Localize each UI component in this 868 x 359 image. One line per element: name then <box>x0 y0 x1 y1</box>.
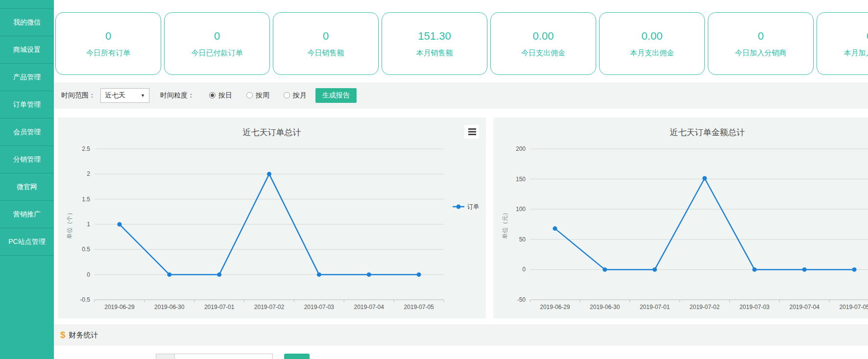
sidebar-item[interactable]: 订单管理 <box>0 91 54 119</box>
stat-card-label: 今日销售额 <box>308 48 344 58</box>
y-tick-label: 200 <box>516 145 526 152</box>
sidebar-menu: 我的微信 商城设置 产品管理 订单管理 会员管理 <box>0 9 54 256</box>
x-tick-label: 2019-06-29 <box>104 304 135 311</box>
input-addon <box>156 354 175 359</box>
line-chart-canvas: 近七天订单金额总计200150100500-502019-06-292019-0… <box>493 118 868 318</box>
granularity-radio-option[interactable]: 按周 <box>246 91 269 100</box>
sidebar-item[interactable]: 商城设置 <box>0 36 54 64</box>
stat-card-value: 0.00 <box>642 30 663 43</box>
stat-card-label: 今日支出佣金 <box>521 48 565 58</box>
sidebar-item[interactable]: 产品管理 <box>0 64 54 91</box>
finance-input[interactable] <box>175 354 272 359</box>
y-tick-label: 0.5 <box>82 246 90 253</box>
time-range-select[interactable]: 近七天 ▼ <box>100 88 149 103</box>
data-point[interactable] <box>167 272 171 277</box>
y-tick-label: 1 <box>87 221 90 228</box>
stat-card-value: 151.30 <box>418 30 451 43</box>
x-tick-label: 2019-07-03 <box>304 304 335 311</box>
series-line <box>555 178 854 269</box>
finance-section-header: $ 财务统计 <box>54 324 868 346</box>
radio-icon <box>209 92 216 98</box>
dashboard-page: 我的微信 商城设置 产品管理 订单管理 会员管理 <box>0 0 868 359</box>
stat-card-label: 本月支出佣金 <box>630 48 674 58</box>
data-point[interactable] <box>217 272 221 277</box>
time-range-label: 时间范围： <box>61 91 96 100</box>
report-filter-bar: 时间范围： 近七天 ▼ 时间粒度： 按日 按周 按月 <box>54 82 868 109</box>
granularity-radio-option[interactable]: 按日 <box>209 91 232 100</box>
generate-report-button[interactable]: 生成报告 <box>315 88 357 103</box>
data-point[interactable] <box>852 267 857 272</box>
y-tick-label: -0.5 <box>80 296 90 303</box>
legend-label: 订单 <box>467 203 479 210</box>
sidebar-item-label: 会员管理 <box>13 128 41 136</box>
radio-icon <box>284 92 290 98</box>
sidebar: 我的微信 商城设置 产品管理 订单管理 会员管理 <box>0 0 54 359</box>
stat-card-value: 0 <box>105 30 111 43</box>
granularity-radio-option[interactable]: 按月 <box>284 91 307 100</box>
data-point[interactable] <box>652 267 657 272</box>
data-point[interactable] <box>553 226 557 231</box>
data-point[interactable] <box>317 272 321 277</box>
data-point[interactable] <box>702 176 707 180</box>
finance-section-title: 财务统计 <box>69 331 98 340</box>
finance-search-button[interactable] <box>284 354 310 359</box>
stat-card: 0 今日销售额 <box>273 12 379 75</box>
y-tick-label: -50 <box>517 296 526 303</box>
data-point[interactable] <box>117 222 121 227</box>
chart-menu-icon[interactable] <box>464 125 479 139</box>
stat-card: 0 今日已付款订单 <box>164 12 270 75</box>
x-tick-label: 2019-07-02 <box>254 304 285 311</box>
x-tick-label: 2019-07-01 <box>640 304 670 311</box>
y-tick-label: 100 <box>516 206 526 213</box>
data-point[interactable] <box>603 267 607 272</box>
data-point[interactable] <box>417 272 421 277</box>
data-point[interactable] <box>752 267 757 272</box>
chart-title: 近七天订单金额总计 <box>670 128 745 137</box>
line-chart-canvas: 近七天订单总计2.521.510.50-0.52019-06-292019-06… <box>58 118 486 318</box>
y-axis-name: 单位（个） <box>66 210 73 239</box>
x-tick-label: 2019-07-04 <box>354 304 385 311</box>
sidebar-item-label: 订单管理 <box>13 100 41 108</box>
finance-input-group <box>156 354 273 359</box>
radio-option-label: 按周 <box>256 91 269 100</box>
chart-panel-orders-amount: 近七天订单金额总计200150100500-502019-06-292019-0… <box>493 118 868 318</box>
dollar-icon: $ <box>60 330 66 340</box>
sidebar-item-label: PC站点管理 <box>8 238 45 245</box>
sidebar-item[interactable]: 营销推广 <box>0 201 54 228</box>
legend-marker-icon <box>457 205 461 209</box>
stat-card-value: 0.00 <box>533 30 554 43</box>
radio-option-label: 按月 <box>293 91 307 100</box>
data-point[interactable] <box>267 172 271 176</box>
chevron-down-icon: ▼ <box>141 93 145 98</box>
time-range-selected-value: 近七天 <box>105 91 125 100</box>
data-point[interactable] <box>802 267 807 272</box>
y-tick-label: 1.5 <box>82 196 90 203</box>
y-tick-label: 150 <box>516 176 526 183</box>
x-tick-label: 2019-06-30 <box>154 304 185 311</box>
stat-card-label: 本月销售额 <box>416 48 453 58</box>
sidebar-item-label: 分销管理 <box>13 155 41 163</box>
sidebar-item[interactable]: 分销管理 <box>0 146 54 173</box>
sidebar-item[interactable]: 我的微信 <box>0 9 54 36</box>
sidebar-item-label: 产品管理 <box>13 73 41 81</box>
granularity-label: 时间粒度： <box>160 91 194 100</box>
stat-cards-row: 0 今日所有订单 0 今日已付款订单 0 今日销售额 151.30 本月销售额 … <box>54 12 868 75</box>
x-tick-label: 2019-07-03 <box>740 304 770 311</box>
sidebar-item[interactable]: PC站点管理 <box>0 228 54 256</box>
chart-title: 近七天订单总计 <box>243 128 301 137</box>
stat-card-label: 今日已付款订单 <box>192 48 243 58</box>
y-axis-name: 单位（元） <box>502 210 508 239</box>
chart-legend[interactable]: 订单 <box>453 203 479 210</box>
stat-card-label: 本月加入分销商 <box>844 48 868 58</box>
x-tick-label: 2019-07-01 <box>204 304 235 311</box>
sidebar-item[interactable]: 会员管理 <box>0 119 54 146</box>
y-tick-label: 0 <box>87 271 90 278</box>
stat-card: 0 今日加入分销商 <box>708 12 814 75</box>
sidebar-item-label: 我的微信 <box>13 18 41 26</box>
sidebar-item-partial <box>0 0 54 9</box>
data-point[interactable] <box>367 272 371 277</box>
y-tick-label: 50 <box>519 236 526 243</box>
sidebar-item[interactable]: 微官网 <box>0 173 54 201</box>
stat-card-label: 今日加入分销商 <box>735 48 787 58</box>
stat-card: 0 今日所有订单 <box>55 12 161 75</box>
